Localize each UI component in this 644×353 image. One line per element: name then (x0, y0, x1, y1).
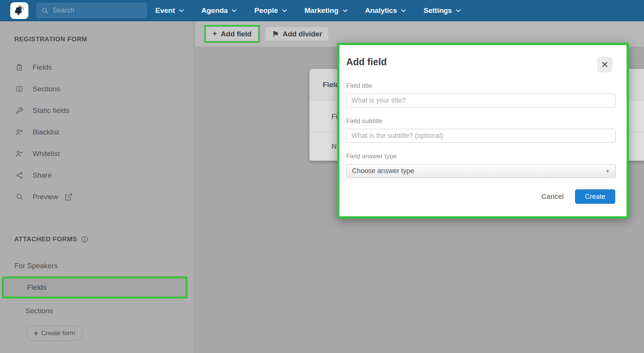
field-subtitle-input[interactable] (346, 129, 616, 143)
wrench-icon (14, 107, 24, 114)
sidebar-item-sections[interactable]: Sections (0, 78, 194, 100)
menu-label: People (254, 6, 278, 15)
attached-item-fields[interactable]: Fields (2, 276, 188, 298)
registration-form-title: REGISTRATION FORM (14, 36, 87, 43)
brain-logo-icon (13, 4, 26, 17)
columns-icon (14, 85, 24, 93)
chevron-down-icon (281, 8, 288, 14)
fields-panel-row-text: N (331, 142, 337, 151)
add-field-highlight: + Add field (204, 25, 260, 43)
sidebar-item-static-fields[interactable]: Static fields (0, 100, 194, 121)
menu-label: Marketing (305, 6, 339, 15)
attached-item-label: Fields (27, 283, 47, 292)
chevron-down-icon (231, 8, 237, 14)
add-field-modal: Add field ✕ Field title Field subtitle F… (337, 43, 629, 219)
clipboard-icon (14, 63, 24, 72)
app: Event Agenda People Marketing Analytics … (0, 0, 644, 353)
info-icon[interactable] (81, 236, 88, 243)
fields-panel-row-text: Fi (331, 112, 338, 121)
menu-people[interactable]: People (254, 6, 287, 15)
top-navbar: Event Agenda People Marketing Analytics … (0, 0, 644, 21)
plus-icon: + (34, 329, 38, 338)
menu-event[interactable]: Event (155, 6, 184, 15)
app-logo[interactable] (10, 2, 28, 19)
attached-forms-title-text: ATTACHED FORMS (14, 236, 77, 243)
chevron-down-icon (342, 8, 348, 14)
sidebar-item-label: Fields (33, 63, 52, 72)
sidebar-item-preview[interactable]: Preview (0, 186, 194, 208)
attached-item-sections[interactable]: Sections (25, 301, 53, 320)
create-button[interactable]: Create (575, 189, 615, 204)
sidebar-item-label: Blacklist (33, 128, 59, 136)
sidebar-item-label: Sections (33, 85, 60, 93)
select-arrow-icon: ▼ (605, 169, 610, 174)
registration-form-title-text: REGISTRATION FORM (14, 36, 87, 43)
attached-forms-title: ATTACHED FORMS (14, 236, 88, 243)
chevron-down-icon (400, 8, 406, 14)
modal-title: Add field (346, 56, 615, 68)
add-field-label: Add field (221, 30, 252, 38)
chevron-down-icon (178, 8, 184, 14)
main-menu: Event Agenda People Marketing Analytics … (155, 0, 461, 21)
navbar-search (36, 3, 147, 18)
registration-form-menu: Fields Sections Static fields (0, 56, 194, 208)
sidebar-item-label: Whitelist (33, 150, 60, 158)
field-subtitle-label: Field subtitle (346, 117, 615, 125)
menu-settings[interactable]: Settings (424, 6, 461, 15)
attached-item-label: Sections (25, 307, 53, 315)
sidebar-item-share[interactable]: Share (0, 164, 194, 186)
field-answer-type-label: Field answer type (346, 153, 615, 160)
magnifier-icon (14, 193, 24, 201)
add-divider-button[interactable]: ⚑ Add divider (265, 27, 329, 41)
close-icon[interactable]: ✕ (597, 57, 613, 72)
menu-label: Analytics (365, 6, 397, 15)
answer-type-select[interactable]: Choose answer type ▼ (346, 164, 616, 178)
add-field-button[interactable]: + Add field (206, 27, 258, 41)
attached-form-name[interactable]: For Speakers (14, 262, 58, 270)
sidebar-item-label: Static fields (33, 106, 69, 115)
create-form-button[interactable]: + Create form (26, 326, 83, 341)
menu-agenda[interactable]: Agenda (202, 6, 238, 15)
external-link-icon (64, 193, 73, 201)
sidebar-item-blacklist[interactable]: Blacklist (0, 121, 194, 143)
answer-type-value: Choose answer type (352, 167, 414, 175)
modal-footer: Cancel Create (346, 189, 615, 204)
field-title-label: Field title (346, 82, 615, 90)
menu-label: Settings (424, 6, 452, 15)
add-divider-label: Add divider (283, 30, 322, 38)
menu-label: Agenda (202, 6, 228, 15)
sidebar: REGISTRATION FORM Fields (0, 21, 194, 353)
search-icon (41, 7, 49, 14)
cancel-button[interactable]: Cancel (541, 192, 564, 201)
menu-analytics[interactable]: Analytics (365, 6, 406, 15)
menu-marketing[interactable]: Marketing (305, 6, 348, 15)
sidebar-item-whitelist[interactable]: Whitelist (0, 143, 194, 164)
menu-label: Event (155, 6, 175, 15)
flag-icon: ⚑ (272, 30, 279, 39)
create-form-label: Create form (41, 330, 75, 337)
share-icon (14, 172, 24, 179)
field-title-input[interactable] (346, 94, 616, 108)
sidebar-item-fields[interactable]: Fields (0, 56, 194, 78)
search-input[interactable] (53, 6, 140, 14)
sidebar-item-label: Preview (33, 193, 58, 201)
person-check-icon (14, 150, 24, 158)
person-x-icon (14, 128, 24, 136)
chevron-down-icon (455, 8, 461, 14)
sidebar-item-label: Share (33, 171, 52, 180)
plus-icon: + (213, 30, 217, 38)
